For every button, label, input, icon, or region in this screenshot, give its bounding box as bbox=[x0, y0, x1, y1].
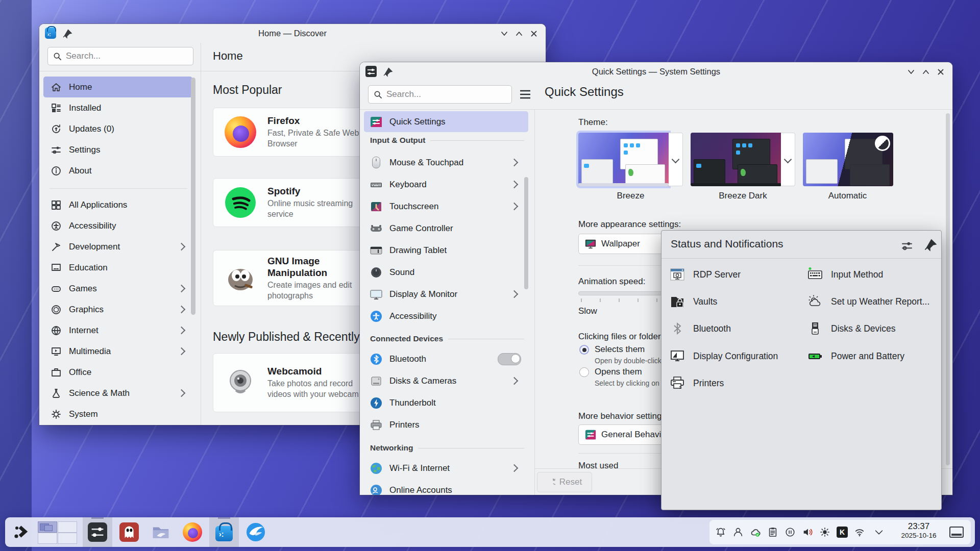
media-pause-icon[interactable] bbox=[784, 526, 796, 538]
show-desktop-button[interactable] bbox=[949, 527, 964, 538]
notifications-bell-icon[interactable] bbox=[715, 526, 727, 538]
sidebar-item-updates[interactable]: Updates (0) bbox=[43, 118, 192, 139]
sidebar-item-mouse-touchpad[interactable]: Mouse & Touchpad bbox=[364, 152, 528, 173]
cloud-sync-icon[interactable] bbox=[749, 526, 762, 538]
discover-titlebar[interactable]: ›: Home — Discover bbox=[39, 24, 546, 43]
usb-drive-icon bbox=[807, 321, 823, 336]
volume-icon[interactable] bbox=[801, 526, 814, 538]
popup-item-vaults[interactable]: Vaults bbox=[670, 292, 717, 311]
sidebar-item-games[interactable]: Games bbox=[43, 278, 192, 299]
minimize-button[interactable] bbox=[905, 66, 917, 78]
sidebar-item-graphics[interactable]: Graphics bbox=[43, 299, 192, 320]
sidebar-item-online-accounts[interactable]: Online Accounts bbox=[364, 480, 528, 495]
pager-desktop-2[interactable] bbox=[58, 521, 77, 533]
tray-expander-icon[interactable] bbox=[873, 526, 885, 538]
sidebar-item-thunderbolt[interactable]: Thunderbolt bbox=[364, 392, 528, 413]
theme-option-breeze[interactable] bbox=[578, 133, 669, 186]
sidebar-item-sound[interactable]: Sound bbox=[364, 262, 528, 283]
settings-sidebar-scrollbar[interactable] bbox=[524, 177, 528, 289]
brightness-icon[interactable] bbox=[819, 526, 831, 538]
task-discover[interactable]: ›: bbox=[209, 517, 239, 547]
bluetooth-toggle[interactable] bbox=[498, 353, 521, 365]
sidebar-item-keyboard[interactable]: Keyboard bbox=[364, 174, 528, 195]
sidebar-item-about[interactable]: About bbox=[43, 160, 192, 181]
popup-item-rdp-server[interactable]: RDP Server bbox=[670, 265, 741, 284]
sidebar-item-all-applications[interactable]: All Applications bbox=[43, 194, 192, 215]
sidebar-item-quick-settings[interactable]: Quick Settings bbox=[364, 111, 528, 132]
task-system-settings[interactable] bbox=[83, 517, 112, 547]
nav-label: Display & Monitor bbox=[389, 289, 457, 299]
nav-label: Drawing Tablet bbox=[389, 245, 447, 256]
pager-widget[interactable] bbox=[38, 521, 77, 543]
hamburger-menu-icon[interactable] bbox=[519, 89, 531, 100]
nav-label: Science & Math bbox=[69, 388, 130, 398]
radio-opens-them[interactable] bbox=[579, 367, 589, 377]
task-dolphin[interactable] bbox=[146, 517, 176, 547]
sidebar-item-education[interactable]: Education bbox=[43, 257, 192, 278]
popup-item-power-battery[interactable]: Power and Battery bbox=[807, 347, 904, 365]
sidebar-item-printers[interactable]: Printers bbox=[364, 414, 528, 435]
theme-label: Theme: bbox=[578, 117, 608, 128]
popup-item-display-configuration[interactable]: Display Configuration bbox=[670, 347, 778, 365]
pager-desktop-1[interactable] bbox=[38, 521, 57, 533]
maximize-button[interactable] bbox=[513, 28, 525, 39]
pager-desktop-3[interactable] bbox=[38, 533, 57, 544]
sidebar-item-installed[interactable]: Installed bbox=[43, 97, 192, 118]
sidebar-item-accessibility[interactable]: Accessibility bbox=[364, 306, 528, 327]
wifi-icon[interactable] bbox=[853, 526, 866, 538]
sidebar-item-system[interactable]: System bbox=[43, 404, 192, 424]
theme-breeze-dark-dropdown[interactable] bbox=[781, 133, 795, 186]
nav-label: Disks & Cameras bbox=[389, 376, 456, 386]
sidebar-item-bluetooth[interactable]: Bluetooth bbox=[364, 348, 528, 369]
close-button[interactable] bbox=[935, 66, 946, 78]
digital-clock[interactable]: 23:37 2025-10-16 bbox=[894, 521, 943, 539]
popup-item-weather[interactable]: Set up Weather Report... bbox=[807, 292, 929, 311]
reset-label: Reset bbox=[559, 477, 582, 487]
radio-selects-them[interactable] bbox=[579, 345, 589, 355]
user-icon[interactable] bbox=[732, 526, 744, 538]
bluetooth-gray-icon bbox=[670, 321, 685, 336]
minimize-button[interactable] bbox=[498, 28, 510, 39]
sidebar-scrollbar[interactable] bbox=[191, 78, 195, 315]
task-ghostwriter[interactable] bbox=[114, 517, 144, 547]
pager-desktop-4[interactable] bbox=[58, 533, 77, 544]
sidebar-item-science-math[interactable]: Science & Math bbox=[43, 383, 192, 404]
popup-item-printers[interactable]: Printers bbox=[670, 374, 724, 392]
settings-search-input[interactable]: Search... bbox=[368, 85, 512, 104]
sidebar-item-disks-cameras[interactable]: Disks & Cameras bbox=[364, 370, 528, 391]
pin-icon[interactable] bbox=[924, 238, 937, 252]
settings-titlebar[interactable]: Quick Settings — System Settings bbox=[360, 62, 952, 81]
configure-icon[interactable] bbox=[900, 239, 914, 253]
sidebar-item-office[interactable]: Office bbox=[43, 362, 192, 383]
sidebar-item-development[interactable]: Development bbox=[43, 236, 192, 257]
settings-content-scrollbar[interactable] bbox=[946, 113, 950, 465]
theme-option-breeze-dark[interactable] bbox=[691, 133, 781, 186]
discover-search-input[interactable]: Search... bbox=[47, 47, 193, 65]
sidebar-item-settings[interactable]: Settings bbox=[43, 139, 192, 160]
maximize-button[interactable] bbox=[920, 66, 932, 78]
sidebar-item-home[interactable]: Home bbox=[43, 77, 192, 97]
theme-breeze-dropdown[interactable] bbox=[669, 133, 683, 186]
section-heading: Most Popular bbox=[213, 83, 282, 97]
sidebar-item-multimedia[interactable]: Multimedia bbox=[43, 341, 192, 362]
sidebar-item-drawing-tablet[interactable]: Drawing Tablet bbox=[364, 240, 528, 261]
sidebar-item-internet[interactable]: Internet bbox=[43, 320, 192, 341]
sidebar-item-touchscreen[interactable]: Touchscreen bbox=[364, 196, 528, 217]
popup-item-bluetooth[interactable]: Bluetooth bbox=[670, 319, 731, 338]
launcher-icon bbox=[13, 523, 31, 541]
sidebar-item-game-controller[interactable]: Game Controller bbox=[364, 218, 528, 239]
popup-item-input-method[interactable]: Input Method bbox=[807, 265, 883, 284]
kde-k-icon[interactable]: K bbox=[836, 526, 848, 538]
reset-button[interactable]: Reset bbox=[537, 472, 592, 492]
app-launcher-button[interactable] bbox=[9, 517, 35, 547]
popup-item-disks-devices[interactable]: Disks & Devices bbox=[807, 319, 895, 338]
task-falkon[interactable] bbox=[241, 517, 271, 547]
sidebar-item-wifi-internet[interactable]: Wi-Fi & Internet bbox=[364, 458, 528, 479]
task-firefox[interactable] bbox=[178, 517, 207, 547]
clipboard-icon[interactable] bbox=[767, 526, 779, 538]
group-header-input-output: Input & Output bbox=[370, 136, 524, 145]
theme-option-automatic[interactable] bbox=[803, 133, 893, 186]
sidebar-item-display-monitor[interactable]: Display & Monitor bbox=[364, 284, 528, 305]
sidebar-item-accessibility[interactable]: Accessibility bbox=[43, 215, 192, 236]
close-button[interactable] bbox=[528, 28, 540, 39]
